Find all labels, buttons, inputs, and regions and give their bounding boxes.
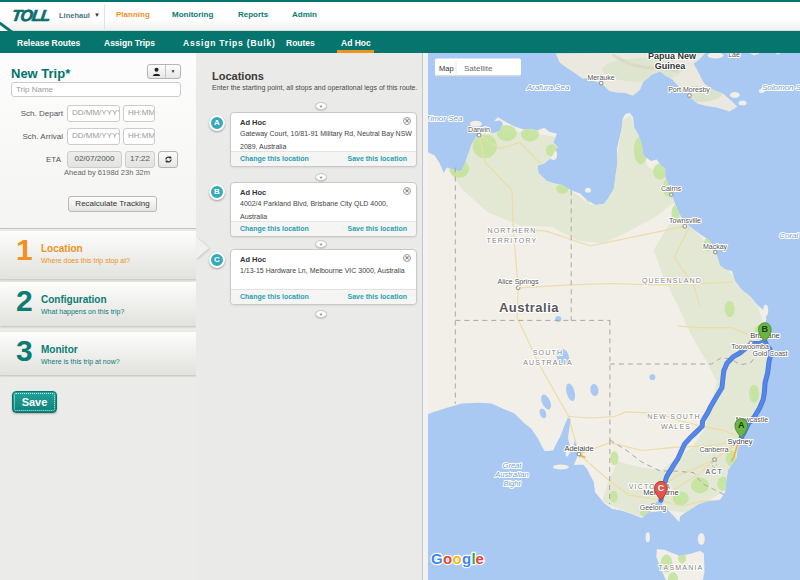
svg-text:Geelong: Geelong: [640, 504, 667, 512]
svg-text:Townsville: Townsville: [669, 217, 701, 224]
svg-text:TASMANIA: TASMANIA: [659, 564, 704, 571]
svg-text:Merauke: Merauke: [587, 74, 614, 81]
svg-text:B: B: [762, 324, 769, 334]
svg-text:Arafura Sea: Arafura Sea: [526, 83, 570, 92]
svg-text:Adelaide: Adelaide: [564, 444, 593, 453]
svg-text:WALES: WALES: [661, 423, 691, 430]
svg-text:Gold Coast: Gold Coast: [752, 350, 787, 357]
svg-text:SOUTH: SOUTH: [533, 349, 564, 356]
svg-text:Papua New: Papua New: [648, 53, 697, 61]
svg-text:Australia: Australia: [499, 300, 559, 315]
svg-text:Sydney: Sydney: [727, 437, 752, 446]
svg-text:TERRITORY: TERRITORY: [487, 237, 538, 244]
svg-text:Port Moresby: Port Moresby: [668, 86, 710, 94]
svg-text:Timor Sea: Timor Sea: [428, 114, 463, 123]
svg-text:Great: Great: [503, 461, 523, 470]
svg-text:ACT: ACT: [705, 468, 722, 475]
svg-text:Solomon Sea: Solomon Sea: [762, 83, 800, 92]
svg-text:Coral Sea: Coral Sea: [779, 231, 800, 240]
svg-text:Satellite: Satellite: [464, 64, 493, 73]
svg-text:Alice Springs: Alice Springs: [498, 278, 539, 286]
svg-text:Toowoomba: Toowoomba: [731, 343, 769, 350]
svg-text:Map: Map: [439, 64, 454, 73]
svg-text:NEW SOUTH: NEW SOUTH: [647, 413, 701, 420]
svg-text:Bight: Bight: [503, 479, 521, 488]
svg-text:Cairns: Cairns: [661, 185, 682, 192]
svg-text:e: e: [476, 550, 486, 567]
svg-text:A: A: [738, 420, 745, 430]
svg-text:Guinea: Guinea: [655, 61, 687, 71]
svg-text:Mackay: Mackay: [703, 243, 728, 251]
svg-text:Australian: Australian: [494, 470, 528, 479]
svg-text:Darwin: Darwin: [468, 126, 490, 133]
svg-text:Lae: Lae: [728, 53, 740, 58]
svg-text:Canberra: Canberra: [699, 446, 728, 453]
svg-text:C: C: [658, 483, 665, 493]
svg-text:AUSTRALIA: AUSTRALIA: [523, 359, 573, 366]
svg-text:NORTHERN: NORTHERN: [487, 227, 536, 234]
svg-text:QUEENSLAND: QUEENSLAND: [642, 277, 702, 285]
svg-text:G: G: [431, 550, 444, 567]
